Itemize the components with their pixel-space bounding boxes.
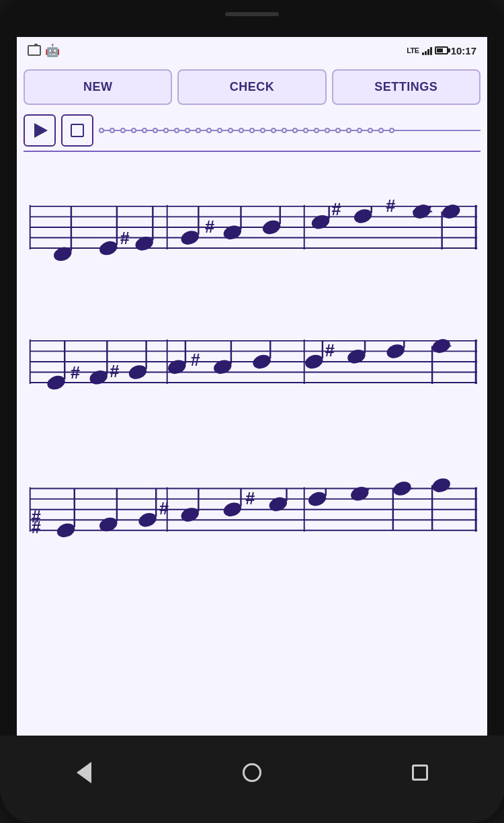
stop-button[interactable] — [61, 114, 93, 147]
svg-point-43 — [45, 373, 67, 392]
svg-text:#: # — [325, 341, 335, 360]
progress-dot — [163, 128, 169, 133]
signal-bars — [422, 46, 432, 55]
recents-button[interactable] — [403, 756, 437, 789]
progress-dots — [99, 128, 480, 133]
toolbar: NEW CHECK SETTINGS — [17, 64, 487, 110]
progress-dot — [217, 128, 222, 133]
svg-point-93 — [306, 489, 328, 508]
staff-3: # # # — [24, 434, 480, 569]
status-bar: 🤖 LTE 10:17 — [17, 37, 487, 64]
progress-dot — [314, 128, 319, 133]
stop-icon — [71, 124, 84, 137]
play-icon — [34, 123, 48, 138]
staff-1: # # — [24, 165, 480, 286]
home-button[interactable] — [235, 756, 269, 789]
lte-badge: LTE — [407, 46, 419, 54]
svg-point-26 — [352, 207, 374, 226]
signal-bar-4 — [430, 47, 432, 55]
android-icon: 🤖 — [45, 43, 60, 58]
progress-dot — [206, 128, 212, 133]
svg-point-51 — [166, 358, 187, 377]
progress-dot — [120, 128, 126, 133]
progress-dot — [249, 128, 255, 133]
svg-point-11 — [97, 239, 119, 258]
svg-text:#: # — [110, 362, 119, 381]
home-icon — [243, 763, 261, 782]
status-right: LTE 10:17 — [407, 45, 476, 56]
progress-dot — [346, 128, 351, 133]
progress-dot — [368, 128, 373, 133]
play-button[interactable] — [24, 114, 56, 147]
progress-dot — [292, 128, 298, 133]
phone-frame: 🤖 LTE 10:17 NEW CHECK SETTINGS — [0, 0, 504, 823]
signal-bar-2 — [425, 51, 427, 55]
settings-button[interactable]: SETTINGS — [332, 69, 480, 105]
svg-text:#: # — [32, 518, 41, 537]
svg-point-23 — [310, 212, 331, 231]
svg-text:#: # — [332, 200, 341, 219]
staff-3-svg: # # # — [24, 434, 480, 569]
nav-bar — [0, 736, 504, 823]
recents-icon — [412, 765, 428, 781]
signal-bar-1 — [422, 52, 424, 55]
staff-1-svg: # # — [24, 165, 480, 286]
speaker-notch — [225, 12, 279, 16]
playback-bar — [17, 110, 487, 151]
svg-text:#: # — [191, 350, 200, 369]
progress-dot — [325, 128, 330, 133]
svg-point-46 — [88, 368, 110, 387]
svg-text:#: # — [159, 499, 169, 518]
check-button[interactable]: CHECK — [177, 69, 326, 105]
back-icon — [77, 762, 91, 783]
svg-text:#: # — [386, 196, 395, 215]
svg-point-88 — [222, 500, 243, 519]
time-display: 10:17 — [451, 45, 476, 56]
progress-dot — [239, 128, 244, 133]
sheet-music-area: # # — [17, 152, 487, 576]
progress-dot — [99, 128, 104, 133]
progress-dot — [196, 128, 201, 133]
svg-point-56 — [251, 352, 272, 371]
staff-2: # # # — [24, 300, 480, 421]
progress-dot — [228, 128, 233, 133]
svg-point-100 — [431, 476, 452, 495]
progress-dot — [271, 128, 276, 133]
svg-point-83 — [136, 510, 158, 529]
progress-dot — [303, 128, 308, 133]
progress-dot — [357, 128, 362, 133]
phone-screen: 🤖 LTE 10:17 NEW CHECK SETTINGS — [17, 37, 487, 736]
svg-point-32 — [440, 202, 462, 221]
staff-2-svg: # # # — [24, 300, 480, 421]
progress-dot — [110, 128, 115, 133]
svg-point-21 — [261, 218, 282, 237]
progress-dot — [378, 128, 384, 133]
progress-dot — [142, 128, 147, 133]
progress-dot — [153, 128, 158, 133]
progress-dot — [260, 128, 265, 133]
battery-fill — [437, 48, 443, 52]
svg-point-49 — [127, 363, 149, 382]
progress-dot — [174, 128, 179, 133]
svg-text:#: # — [205, 217, 214, 236]
svg-point-86 — [179, 506, 201, 524]
svg-point-91 — [267, 495, 289, 514]
sd-card-icon — [28, 45, 41, 56]
progress-dot — [185, 128, 190, 133]
new-button[interactable]: NEW — [24, 69, 172, 105]
back-button[interactable] — [67, 756, 101, 789]
status-left: 🤖 — [28, 43, 60, 58]
svg-point-16 — [179, 229, 201, 247]
svg-text:#: # — [245, 489, 255, 508]
svg-text:#: # — [71, 363, 80, 382]
svg-text:#: # — [120, 229, 130, 247]
svg-point-54 — [212, 358, 233, 377]
svg-point-95 — [349, 485, 370, 504]
progress-dot — [335, 128, 341, 133]
svg-point-61 — [345, 347, 367, 366]
svg-point-79 — [55, 521, 77, 540]
svg-point-19 — [222, 223, 243, 242]
progress-dot — [131, 128, 136, 133]
progress-track[interactable] — [99, 124, 480, 137]
svg-point-58 — [303, 352, 325, 371]
